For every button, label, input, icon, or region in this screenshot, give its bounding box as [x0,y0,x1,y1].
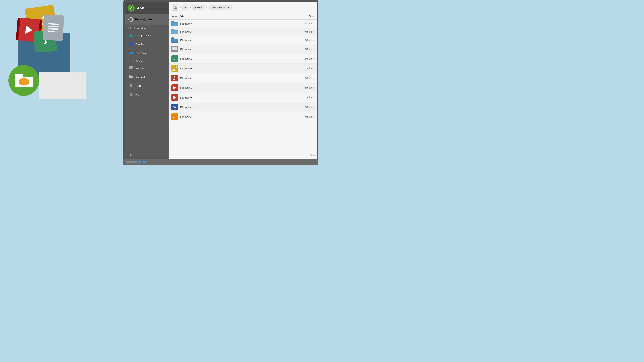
breadcrumb-folder[interactable]: 20190101_folder [209,5,232,10]
breadcrumb-present[interactable]: present [192,5,205,10]
sidebar-item-dropbox[interactable]: Dropbox [125,40,168,48]
svg-rect-19 [131,85,132,85]
onedrive-icon [129,51,133,55]
table-row[interactable]: P PPT File name 248 item [168,73,317,83]
recently-used-label: Recently Used [135,18,154,21]
file-size: 248 item [298,48,314,50]
file-name: File name [180,39,296,42]
breadcrumb: 🏠 › a › present › 20190101_folder [168,2,317,13]
svg-rect-16 [130,84,132,87]
file-size: 248 item [298,30,314,33]
onedrive-label: OneDrive [136,52,146,54]
file-size: 248 item [298,116,314,118]
monitor-screen: AMS Recently Used Cloud Service [125,2,317,160]
clock-icon [128,17,133,22]
col-name-header[interactable]: Name (Z-A) [172,15,296,18]
svg-point-20 [131,84,132,84]
doc-lines-icon [45,20,62,36]
ppt-file-icon: P PPT [172,75,178,82]
svg-point-14 [132,67,133,67]
svg-marker-9 [131,43,133,44]
my-folder-icon [129,74,133,79]
file-name: File name [180,86,296,89]
usb-label: USB [136,84,141,87]
column-headers: Name (Z-A) Size [168,13,317,20]
file-size: 248 item [298,67,314,70]
table-row[interactable]: File name 248 item [168,44,317,54]
folder-icon [172,21,178,26]
sidebar-item-onedrive[interactable]: OneDrive [125,48,168,57]
table-row[interactable]: W File name 248 item [168,102,317,112]
monitor-frame: AMS Recently Used Cloud Service [123,0,318,165]
file-name: File name [180,67,296,70]
folder-icon [172,29,178,34]
file-name: File name [180,30,296,34]
hd-label: HD [136,93,139,96]
svg-point-23 [131,94,132,95]
sidebar: AMS Recently Used Cloud Service [125,2,168,160]
table-row[interactable]: ♪ File name 248 item [168,54,317,64]
dropbox-icon [129,42,133,46]
video2-file-icon [172,94,178,101]
back-arrow-icon [128,154,133,157]
zip-file-icon: ZIP [172,114,178,120]
photo-file-icon [172,65,178,72]
breadcrumb-sep-3: › [206,6,208,9]
file-name: File name [180,106,296,109]
hd-icon [129,92,133,97]
svg-marker-11 [129,44,131,45]
ams-logo [128,4,135,12]
breadcrumb-home-button[interactable]: 🏠 [172,4,178,10]
internal-storage-icon [129,66,133,70]
file-list: File name 248 item File name 248 item [168,20,317,160]
internal-label: Internal [136,67,144,70]
sidebar-item-hd[interactable]: HD [125,90,168,99]
svg-rect-17 [130,87,132,87]
file-size: 248 item [298,57,314,60]
breadcrumb-sep-1: › [179,6,182,9]
monitor: AMS Recently Used Cloud Service [123,0,322,169]
play-icon [25,25,33,34]
table-row[interactable]: File name 248 item [168,83,317,93]
bottom-bar-element [138,161,142,163]
table-row[interactable]: ZIP File name 248 item [168,112,317,122]
file-name: File name [180,57,296,60]
video-file-icon [172,84,178,91]
col-size-header[interactable]: Size [296,15,314,18]
green-circle-badge [8,65,39,96]
folder-white-icon [15,74,33,87]
breadcrumb-a[interactable]: a [182,5,188,10]
file-name: File name [180,116,296,118]
table-row[interactable]: File name 248 item [168,20,317,28]
dropbox-label: Dropbox [136,43,146,46]
file-size: 248 item [298,77,314,80]
sidebar-item-internal[interactable]: Internal [125,64,168,72]
sidebar-item-google-drive[interactable]: Google Drive [125,31,168,40]
table-row[interactable]: File name 248 item [168,36,317,44]
doc-icon [172,46,178,52]
file-size: 248 item [298,96,314,99]
word-file-icon: W [172,104,178,110]
svg-point-15 [132,68,133,69]
file-size: 248 item [298,86,314,89]
folder-inner [39,72,86,98]
sidebar-item-usb[interactable]: USB [125,81,168,90]
breadcrumb-sep-2: › [189,6,192,9]
table-row[interactable]: File name 248 item [168,93,317,102]
file-name: File name [180,48,296,51]
my-folder-label: My Folder [136,76,147,78]
bottom-bar-element [143,161,146,163]
usb-icon [129,84,133,88]
file-size: 248 item [298,39,314,42]
local-device-section-label: Local Device [125,57,168,64]
document-card [42,14,64,41]
bottom-bar-element [126,161,136,163]
music-file-icon: ♪ [172,56,178,62]
gdrive-icon [129,33,133,38]
table-row[interactable]: File name 248 item [168,28,317,36]
table-row[interactable]: File name 248 item [168,64,317,73]
ams-logo-icon [129,6,133,10]
recently-used-item[interactable]: Recently Used [125,14,168,25]
sidebar-item-my-folder[interactable]: My Folder [125,72,168,81]
file-size: 248 item [298,22,314,25]
